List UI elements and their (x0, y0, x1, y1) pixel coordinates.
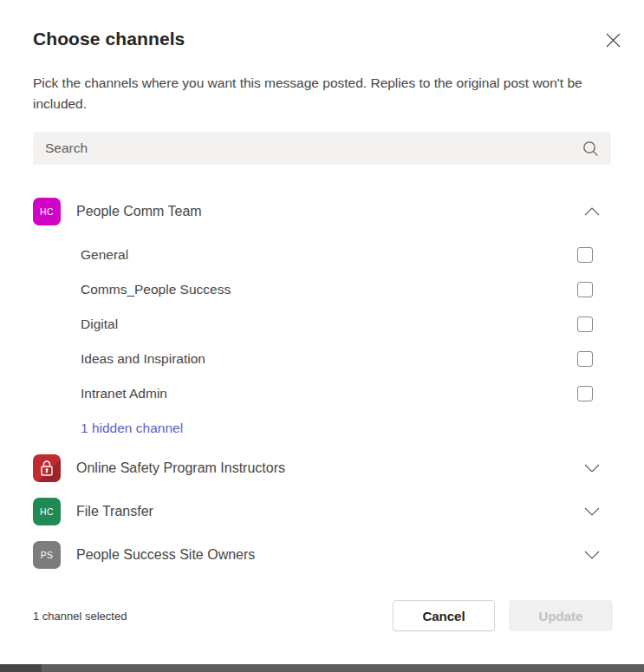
dialog-description: Pick the channels where you want this me… (33, 73, 592, 114)
hidden-channels-row: 1 hidden channel (33, 411, 611, 446)
team-row-file-transfer[interactable]: HC File Transfer (33, 498, 611, 525)
team-row-online-safety-program-instructors[interactable]: Online Safety Program Instructors (33, 454, 611, 482)
window-bottom-edge (0, 664, 644, 672)
team-avatar-initials: HC (40, 206, 54, 217)
close-button[interactable] (597, 24, 628, 55)
search-input[interactable] (33, 132, 582, 165)
team-name: Online Safety Program Instructors (76, 460, 584, 476)
chevron-down-icon[interactable] (584, 551, 600, 559)
channel-list: General Comms_People Success Digital Ide… (33, 238, 611, 446)
channel-checkbox[interactable] (577, 386, 593, 401)
search-box (33, 132, 611, 165)
team-avatar: PS (33, 541, 61, 569)
channel-row-general[interactable]: General (33, 238, 611, 272)
team-name: File Transfer (76, 504, 584, 519)
channel-row-digital[interactable]: Digital (33, 307, 611, 342)
close-icon (606, 33, 621, 48)
channel-name: Digital (81, 316, 118, 332)
window-bottom-edge-segment (0, 664, 42, 672)
selection-status: 1 channel selected (33, 610, 393, 623)
team-row-people-success-site-owners[interactable]: PS People Success Site Owners (33, 541, 611, 569)
lock-icon (39, 460, 55, 477)
team-name: People Comm Team (76, 204, 584, 219)
channel-name: Comms_People Success (81, 282, 231, 297)
search-icon (582, 140, 611, 157)
hidden-channels-link[interactable]: 1 hidden channel (81, 421, 183, 436)
team-row-people-comm-team[interactable]: HC People Comm Team (33, 198, 611, 225)
chevron-down-icon[interactable] (584, 507, 600, 516)
team-avatar: HC (33, 198, 61, 225)
channel-checkbox[interactable] (577, 316, 593, 332)
team-list: HC People Comm Team General Comms_People… (33, 184, 611, 569)
team-avatar: HC (33, 498, 61, 525)
channel-checkbox[interactable] (577, 247, 593, 263)
channel-checkbox[interactable] (577, 351, 593, 367)
team-avatar-initials: HC (40, 506, 54, 517)
page-title: Choose channels (33, 29, 185, 49)
cancel-button[interactable]: Cancel (393, 600, 495, 631)
team-avatar-initials: PS (41, 550, 54, 560)
chevron-down-icon[interactable] (584, 464, 600, 473)
team-avatar (33, 454, 61, 482)
channel-checkbox[interactable] (577, 282, 593, 297)
dialog-footer: 1 channel selected Cancel Update (33, 600, 613, 631)
channel-row-ideas-and-inspiration[interactable]: Ideas and Inspiration (33, 342, 611, 376)
channel-row-intranet-admin[interactable]: Intranet Admin (33, 376, 611, 411)
chevron-up-icon[interactable] (584, 207, 600, 216)
channel-row-comms-people-success[interactable]: Comms_People Success (33, 272, 611, 307)
team-name: People Success Site Owners (76, 547, 584, 563)
channel-name: Intranet Admin (81, 386, 167, 401)
channel-name: Ideas and Inspiration (81, 351, 205, 367)
update-button[interactable]: Update (509, 600, 613, 631)
channel-name: General (81, 247, 128, 263)
choose-channels-dialog: Choose channels Pick the channels where … (0, 0, 644, 672)
